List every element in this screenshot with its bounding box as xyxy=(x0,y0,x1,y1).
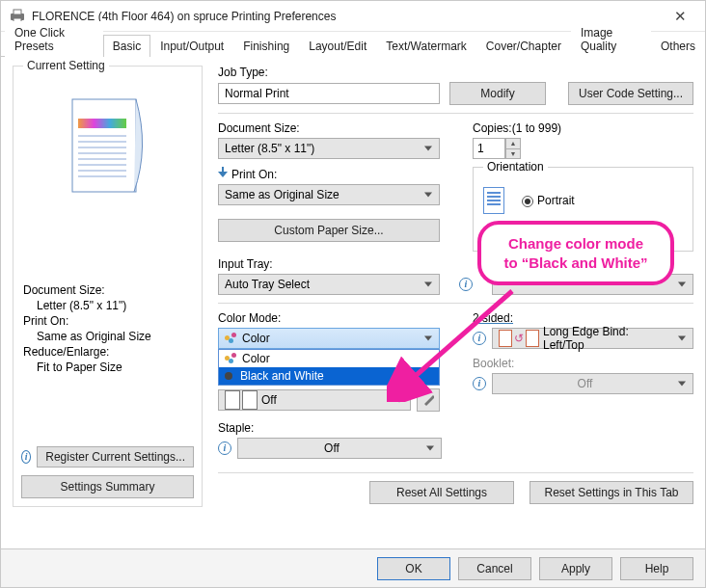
content-area: Current Setting xyxy=(1,58,705,548)
down-arrow-icon xyxy=(218,167,228,178)
help-button[interactable]: Help xyxy=(620,557,693,580)
orientation-label: Orientation xyxy=(483,160,548,174)
dialog-button-bar: OK Cancel Apply Help xyxy=(1,548,705,587)
bw-dot-icon xyxy=(225,372,232,380)
tab-bar: One Click Presets Basic Input/Output Fin… xyxy=(1,32,705,57)
current-setting-panel: Current Setting xyxy=(13,66,203,507)
spec-print-on: Print On: Same as Original Size xyxy=(21,313,194,344)
annotation-callout: Change color mode to “Black and White” xyxy=(477,221,674,285)
cancel-button[interactable]: Cancel xyxy=(458,557,531,580)
svg-rect-3 xyxy=(72,99,136,192)
current-setting-label: Current Setting xyxy=(23,59,109,72)
user-code-button[interactable]: User Code Setting... xyxy=(568,82,693,105)
info-icon[interactable]: i xyxy=(473,377,486,390)
booklet-select[interactable]: Off xyxy=(492,373,693,394)
staple-select[interactable]: Off xyxy=(237,438,442,459)
two-sided-select[interactable]: ↺ Long Edge Bind: Left/Top xyxy=(492,328,693,349)
reset-all-button[interactable]: Reset All Settings xyxy=(369,481,514,504)
layout-details-button[interactable] xyxy=(417,388,440,412)
doc-size-label: Document Size: xyxy=(218,121,449,135)
tab-cover-chapter[interactable]: Cover/Chapter xyxy=(476,35,571,57)
orientation-portrait-radio[interactable]: Portrait xyxy=(522,194,575,207)
copies-stepper[interactable]: 1 ▲ ▼ xyxy=(473,138,693,159)
doc-size-select[interactable]: Letter (8.5" x 11") xyxy=(218,138,440,159)
tab-layout-edit[interactable]: Layout/Edit xyxy=(299,35,376,57)
tab-finishing[interactable]: Finishing xyxy=(233,35,299,57)
chevron-down-icon[interactable]: ▼ xyxy=(505,148,521,160)
custom-paper-button[interactable]: Custom Paper Size... xyxy=(218,219,440,242)
color-mode-option-color[interactable]: Color xyxy=(219,350,439,367)
tab-others[interactable]: Others xyxy=(651,35,705,57)
pencil-icon xyxy=(422,394,434,406)
print-on-select[interactable]: Same as Original Size xyxy=(218,184,440,205)
layout-select[interactable]: Off xyxy=(218,389,411,411)
info-icon[interactable]: i xyxy=(459,278,473,291)
booklet-label: Booklet: xyxy=(473,357,693,370)
modify-button[interactable]: Modify xyxy=(449,82,546,105)
page-preview-icon xyxy=(55,90,161,205)
job-type-value: Normal Print xyxy=(218,83,440,104)
tab-input-output[interactable]: Input/Output xyxy=(150,35,233,57)
copies-label: Copies:(1 to 999) xyxy=(473,121,693,135)
close-icon[interactable]: ✕ xyxy=(663,8,697,25)
color-mode-label: Color Mode: xyxy=(218,311,449,325)
print-on-label: Print On: xyxy=(218,167,449,181)
tab-image-quality[interactable]: Image Quality xyxy=(571,21,651,57)
color-mode-option-bw[interactable]: Black and White xyxy=(219,367,439,385)
settings-summary-button[interactable]: Settings Summary xyxy=(21,475,194,498)
spec-doc-size: Document Size: Letter (8.5" x 11") xyxy=(21,282,194,313)
ok-button[interactable]: OK xyxy=(377,557,450,580)
job-type-label: Job Type: xyxy=(218,66,693,79)
tab-one-click-presets[interactable]: One Click Presets xyxy=(5,21,103,57)
staple-label: Staple: xyxy=(218,421,693,435)
apply-button[interactable]: Apply xyxy=(539,557,612,580)
window-title: FLORENCE (4th Floor 464) on spruce Print… xyxy=(32,10,663,23)
svg-rect-4 xyxy=(78,119,126,128)
layout-thumbs-icon xyxy=(225,390,258,410)
reset-tab-button[interactable]: Reset Settings in This Tab xyxy=(530,481,693,504)
page-portrait-icon xyxy=(483,187,504,214)
color-mode-select[interactable]: Color Color Black and White xyxy=(218,328,440,349)
two-sided-icon: ↺ xyxy=(499,330,539,347)
color-dots-icon xyxy=(225,333,238,344)
spec-reduce: Reduce/Enlarge: Fit to Paper Size xyxy=(21,344,194,375)
input-tray-select[interactable]: Auto Tray Select xyxy=(218,274,440,295)
info-icon[interactable]: i xyxy=(21,450,31,464)
info-icon[interactable]: i xyxy=(218,441,231,455)
chevron-up-icon[interactable]: ▲ xyxy=(505,138,521,148)
window: FLORENCE (4th Floor 464) on spruce Print… xyxy=(0,0,706,588)
color-dots-icon xyxy=(225,353,238,364)
svg-rect-1 xyxy=(14,10,21,14)
color-mode-dropdown: Color Black and White xyxy=(218,349,440,386)
tab-basic[interactable]: Basic xyxy=(103,35,150,57)
info-icon[interactable]: i xyxy=(473,332,486,345)
register-settings-button[interactable]: Register Current Settings... xyxy=(37,446,194,468)
tab-text-watermark[interactable]: Text/Watermark xyxy=(376,35,476,57)
two-sided-label: 2 sided: xyxy=(473,311,513,325)
